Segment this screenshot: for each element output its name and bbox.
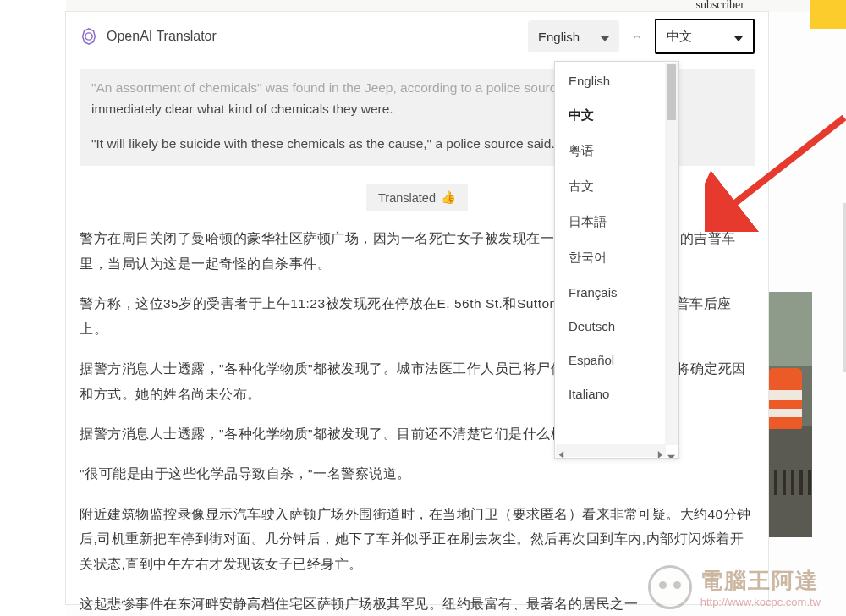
dropdown-option-chinese[interactable]: 中文 <box>555 97 678 133</box>
dropdown-option-english[interactable]: English <box>555 63 678 97</box>
browser-scrollbar-fragment[interactable] <box>843 203 846 372</box>
subscribe-text-fragment: subscriber <box>695 0 744 12</box>
dropdown-option-classical[interactable]: 古文 <box>555 168 678 204</box>
scroll-left-icon[interactable] <box>558 447 565 454</box>
source-watermark: 電腦王阿達 http://www.kocpc.com.tw <box>648 565 821 609</box>
dropdown-option-german[interactable]: Deutsch <box>555 309 678 343</box>
source-line-2: immediately clear what kind of chemicals… <box>91 102 393 116</box>
dropdown-option-spanish[interactable]: Español <box>555 343 678 377</box>
dropdown-scrollbar-horizontal[interactable] <box>556 444 666 457</box>
watermark-url: http://www.kocpc.com.tw <box>700 596 821 608</box>
openai-logo-icon <box>80 27 98 46</box>
watermark-face-icon <box>648 565 692 609</box>
translator-header: OpenAI Translator English ↔ 中文 <box>66 12 768 61</box>
caret-down-icon <box>734 30 743 44</box>
dropdown-list: English 中文 粤语 古文 日本語 한국어 Français Deutsc… <box>555 62 678 412</box>
scroll-right-icon[interactable] <box>656 447 664 454</box>
subscribe-button-fragment[interactable] <box>810 0 846 29</box>
scrollbar-thumb[interactable] <box>667 64 676 120</box>
dropdown-option-italian[interactable]: Italiano <box>555 377 678 410</box>
result-paragraph: "很可能是由于这些化学品导致自杀，"一名警察说道。 <box>80 461 755 486</box>
dropdown-scrollbar-vertical[interactable] <box>665 63 678 445</box>
swap-languages-icon[interactable]: ↔ <box>631 30 643 43</box>
dropdown-option-korean[interactable]: 한국어 <box>555 239 678 275</box>
target-language-select[interactable]: 中文 <box>655 19 755 54</box>
thumbs-up-icon: 👍 <box>441 190 456 205</box>
target-language-label: 中文 <box>667 29 692 45</box>
background-left-strip <box>0 0 66 616</box>
translated-label: Translated <box>378 191 436 205</box>
dropdown-option-french[interactable]: Français <box>555 275 678 309</box>
svg-point-0 <box>85 33 92 40</box>
dropdown-option-japanese[interactable]: 日本語 <box>555 204 678 239</box>
scroll-down-icon[interactable] <box>667 449 675 457</box>
source-language-select[interactable]: English <box>528 20 619 52</box>
target-language-dropdown[interactable]: English 中文 粤语 古文 日本語 한국어 Français Deutsc… <box>554 61 679 459</box>
dropdown-option-cantonese[interactable]: 粤语 <box>555 133 678 168</box>
app-title: OpenAI Translator <box>107 29 217 44</box>
watermark-title: 電腦王阿達 <box>700 566 821 596</box>
caret-down-icon <box>601 30 609 44</box>
source-language-label: English <box>538 30 580 44</box>
source-line-1: "An assortment of chemicals" was found i… <box>91 80 627 95</box>
